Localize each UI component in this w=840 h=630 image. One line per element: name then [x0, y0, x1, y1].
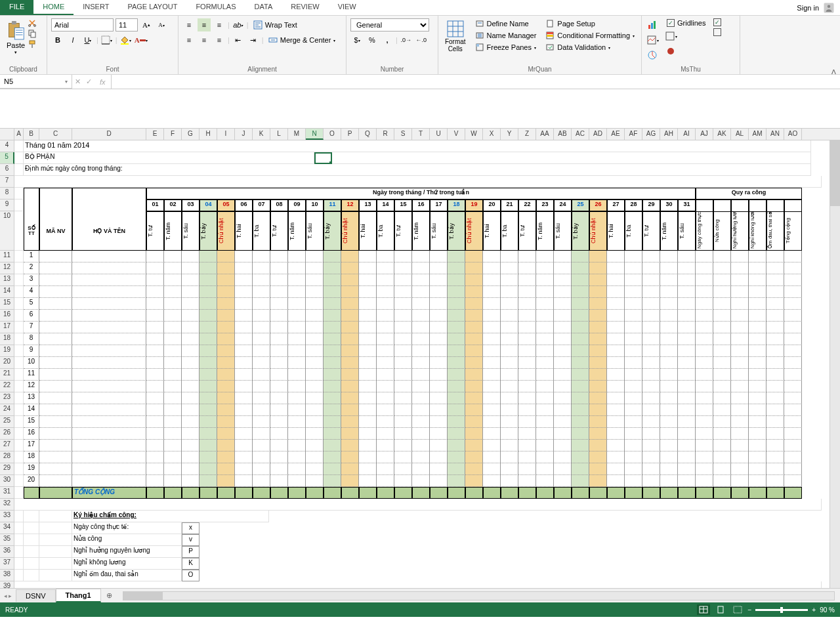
cell[interactable]: 20: [24, 475, 39, 487]
cell[interactable]: [39, 534, 72, 546]
cell[interactable]: [341, 392, 359, 404]
cell[interactable]: [696, 475, 713, 487]
row-header-37[interactable]: 37: [0, 558, 14, 570]
cell[interactable]: 2: [24, 262, 39, 274]
cell[interactable]: 14: [24, 404, 39, 416]
cell[interactable]: [253, 381, 270, 392]
cell[interactable]: [465, 463, 483, 475]
cell[interactable]: [749, 392, 766, 404]
cell[interactable]: [217, 452, 235, 463]
accept-formula-icon[interactable]: ✓: [86, 77, 92, 86]
cell[interactable]: [412, 286, 430, 298]
cell[interactable]: [660, 487, 678, 499]
cell[interactable]: [14, 369, 24, 381]
cell[interactable]: [696, 392, 713, 404]
cell[interactable]: [270, 333, 288, 345]
cell[interactable]: 5: [24, 298, 39, 310]
cell[interactable]: 20: [483, 200, 501, 211]
cell[interactable]: [394, 286, 412, 298]
cell[interactable]: [182, 487, 200, 499]
cell[interactable]: [288, 286, 306, 298]
cell[interactable]: [554, 463, 572, 475]
cell[interactable]: [501, 487, 518, 499]
cell[interactable]: [518, 310, 536, 322]
cell[interactable]: [536, 416, 554, 428]
cell[interactable]: [314, 152, 332, 164]
cell[interactable]: [377, 262, 394, 274]
cell[interactable]: [784, 487, 802, 499]
cell[interactable]: [14, 416, 24, 428]
row-header-39[interactable]: 39: [0, 581, 14, 588]
cell[interactable]: 15: [24, 416, 39, 428]
cell[interactable]: [660, 357, 678, 369]
cell[interactable]: T. sáu: [430, 211, 448, 251]
cell[interactable]: [501, 274, 518, 286]
row-header-36[interactable]: 36: [0, 546, 14, 558]
cell[interactable]: Ốm đau, thai sản: [766, 211, 784, 251]
format-painter-icon[interactable]: [28, 39, 38, 49]
cell[interactable]: [731, 416, 749, 428]
cell[interactable]: [306, 333, 324, 345]
cell[interactable]: [217, 475, 235, 487]
col-header-N[interactable]: N: [306, 129, 324, 140]
increase-decimal-icon[interactable]: .0→: [400, 33, 413, 47]
cell[interactable]: [731, 310, 749, 322]
cell[interactable]: [359, 357, 377, 369]
cell[interactable]: [359, 428, 377, 440]
align-top-icon[interactable]: ≡: [182, 18, 196, 32]
cell[interactable]: [448, 392, 465, 404]
cell[interactable]: [465, 333, 483, 345]
cell[interactable]: [217, 345, 235, 357]
cell[interactable]: [784, 392, 802, 404]
cell[interactable]: [14, 570, 24, 581]
col-header-D[interactable]: D: [72, 129, 146, 140]
cell[interactable]: [625, 463, 642, 475]
fill-color-icon[interactable]: ▾: [119, 33, 133, 47]
merge-center-button[interactable]: Merge & Center▾: [266, 35, 339, 45]
cell[interactable]: [72, 322, 146, 333]
cell[interactable]: Nghỉ hưởng nguyên lương: [72, 546, 182, 558]
cell[interactable]: [72, 369, 146, 381]
align-right-icon[interactable]: ≡: [213, 33, 226, 47]
cell[interactable]: [483, 298, 501, 310]
cell[interactable]: [749, 357, 766, 369]
cell[interactable]: [448, 487, 465, 499]
cell[interactable]: [164, 333, 182, 345]
cell[interactable]: [660, 274, 678, 286]
cell[interactable]: [766, 251, 784, 262]
cell[interactable]: [784, 428, 802, 440]
cell[interactable]: [341, 475, 359, 487]
cell[interactable]: [200, 392, 217, 404]
cell[interactable]: [288, 251, 306, 262]
cell[interactable]: [359, 251, 377, 262]
cell[interactable]: [448, 345, 465, 357]
row-header-11[interactable]: 11: [0, 251, 14, 262]
cell[interactable]: [217, 286, 235, 298]
cell[interactable]: [642, 369, 660, 381]
cell[interactable]: [696, 298, 713, 310]
cell[interactable]: [660, 463, 678, 475]
col-header-I[interactable]: I: [217, 129, 235, 140]
cell[interactable]: [536, 333, 554, 345]
cell[interactable]: [146, 452, 164, 463]
col-header-S[interactable]: S: [394, 129, 412, 140]
cell[interactable]: [235, 392, 253, 404]
cell[interactable]: [200, 310, 217, 322]
col-header-AC[interactable]: AC: [572, 129, 589, 140]
cell[interactable]: [394, 262, 412, 274]
cell[interactable]: [341, 440, 359, 452]
cell[interactable]: [341, 416, 359, 428]
cell[interactable]: [146, 381, 164, 392]
col-header-AG[interactable]: AG: [642, 129, 660, 140]
cell[interactable]: [394, 310, 412, 322]
cell[interactable]: [784, 440, 802, 452]
cell[interactable]: [448, 452, 465, 463]
cell[interactable]: [14, 428, 24, 440]
cell[interactable]: 03: [182, 200, 200, 211]
cell[interactable]: 06: [235, 200, 253, 211]
cell[interactable]: [324, 475, 341, 487]
orientation-icon[interactable]: ab▾: [232, 18, 245, 32]
col-header-AO[interactable]: AO: [784, 129, 802, 140]
cell[interactable]: [572, 416, 589, 428]
cell[interactable]: [253, 369, 270, 381]
